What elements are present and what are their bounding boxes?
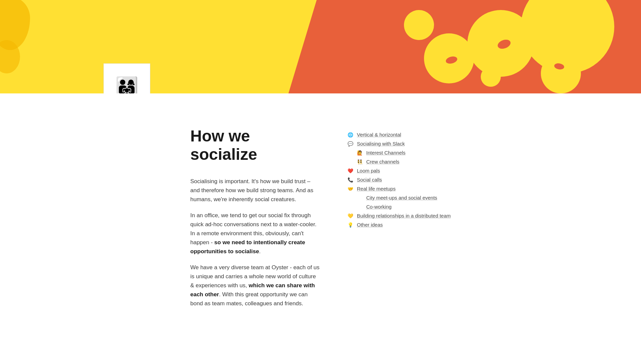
toc-label-1: Socialising with Slack (357, 141, 405, 146)
toc-emoji-10: 💡 (348, 222, 354, 228)
toc-emoji-1: 💬 (348, 141, 354, 146)
toc-item-10[interactable]: 💡Other ideas (348, 220, 451, 229)
toc-emoji-0: 🌐 (348, 132, 354, 137)
page-icon: 👨‍👩‍👧 (103, 63, 150, 93)
toc-label-7: City meet-ups and social events (366, 195, 437, 201)
toc-emoji-9: 💛 (348, 213, 354, 219)
toc-item-3[interactable]: 👯Crew channels (348, 157, 451, 166)
paragraph-2: In an office, we tend to get our social … (190, 211, 321, 256)
toc-label-0: Vertical & horizontal (357, 132, 401, 137)
toc-item-5[interactable]: 📞Social calls (348, 175, 451, 184)
toc-emoji-5: 📞 (348, 177, 354, 183)
paragraph-1-text: Socialising is important. It's how we bu… (190, 178, 313, 203)
toc-item-8[interactable]: Co-working (348, 202, 451, 211)
toc-label-3: Crew channels (366, 159, 399, 164)
toc-item-0[interactable]: 🌐Vertical & horizontal (348, 130, 451, 139)
toc-label-5: Social calls (357, 177, 382, 183)
toc-emoji-2: 🙋 (357, 150, 364, 155)
banner-right (288, 0, 641, 93)
toc-emoji-3: 👯 (357, 159, 364, 164)
toc-label-2: Interest Channels (366, 150, 406, 155)
banner: 👨‍👩‍👧 (0, 0, 641, 93)
toc-label-9: Building relationships in a distributed … (357, 213, 451, 219)
toc-item-9[interactable]: 💛Building relationships in a distributed… (348, 211, 451, 220)
toc-emoji-4: ❤️ (348, 168, 354, 173)
toc-label-6: Real life meetups (357, 186, 396, 192)
toc-label-4: Loom pals (357, 168, 380, 173)
toc-item-4[interactable]: ❤️Loom pals (348, 166, 451, 175)
circle-blob-4 (541, 53, 581, 93)
toc-label-8: Co-working (366, 204, 392, 210)
page-title: How we socialize (190, 127, 321, 163)
toc-item-2[interactable]: 🙋Interest Channels (348, 148, 451, 157)
toc-item-1[interactable]: 💬Socialising with Slack (348, 139, 451, 148)
circle-blob-6 (481, 67, 501, 87)
paragraph-2-after: . (259, 248, 261, 255)
toc-emoji-6: 🤝 (348, 186, 354, 192)
content-wrapper: How we socialize Socialising is importan… (87, 93, 554, 341)
paragraph-3: We have a very diverse team at Oyster - … (190, 263, 321, 308)
paragraph-1: Socialising is important. It's how we bu… (190, 177, 321, 204)
main-content: How we socialize Socialising is importan… (190, 127, 321, 315)
table-of-contents: 🌐Vertical & horizontal💬Socialising with … (348, 127, 451, 315)
circle-blob-5 (404, 10, 434, 40)
toc-label-10: Other ideas (357, 222, 383, 228)
toc-item-6[interactable]: 🤝Real life meetups (348, 184, 451, 193)
toc-item-7[interactable]: City meet-ups and social events (348, 193, 451, 202)
